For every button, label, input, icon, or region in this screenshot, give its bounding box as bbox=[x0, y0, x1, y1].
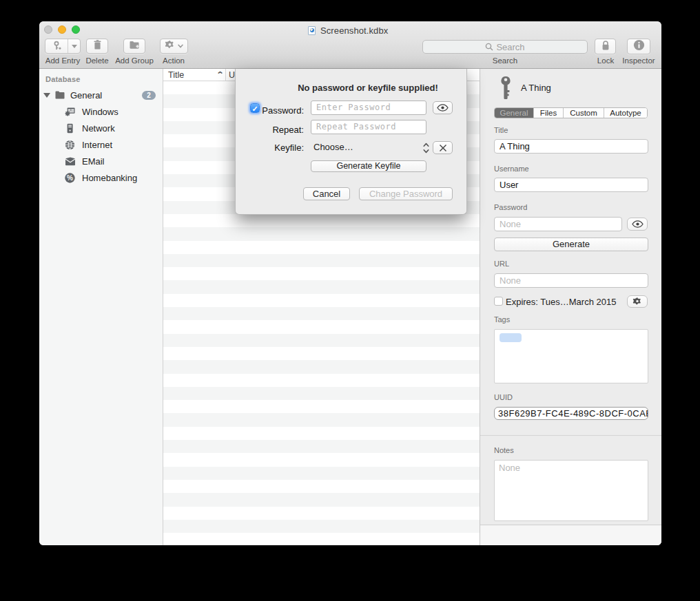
url-field[interactable]: None bbox=[494, 273, 648, 288]
stepper-icon[interactable] bbox=[421, 141, 431, 155]
inspector-button[interactable] bbox=[627, 39, 650, 54]
disclosure-triangle-icon[interactable] bbox=[43, 93, 50, 98]
notes-label: Notes bbox=[494, 446, 514, 454]
key-icon bbox=[499, 76, 513, 102]
inspector-panel: A Thing General Files Custom Autotype Ti… bbox=[480, 69, 661, 545]
delete-label: Delete bbox=[78, 56, 116, 65]
reveal-password-button[interactable] bbox=[627, 218, 648, 231]
sidebar-item-label: EMail bbox=[82, 156, 105, 167]
sidebar-item-email[interactable]: EMail bbox=[39, 154, 163, 170]
percent-icon: % bbox=[65, 173, 75, 186]
password-label: Password: bbox=[243, 105, 304, 116]
inspector-label: Inspector bbox=[618, 56, 659, 65]
search-icon bbox=[485, 43, 493, 51]
section-divider bbox=[480, 435, 661, 436]
add-group-label: Add Group bbox=[114, 56, 155, 65]
generate-keyfile-button[interactable]: Generate Keyfile bbox=[311, 160, 426, 172]
column-header-username[interactable]: U bbox=[229, 70, 235, 80]
title-label: Title bbox=[494, 126, 508, 134]
chevron-down-icon[interactable] bbox=[68, 45, 80, 48]
server-icon bbox=[65, 123, 75, 136]
close-button[interactable] bbox=[44, 25, 52, 34]
action-label: Action bbox=[153, 56, 194, 65]
keyfile-popup[interactable]: Choose… bbox=[313, 142, 353, 152]
password-field[interactable]: None bbox=[494, 217, 622, 231]
generate-button[interactable]: Generate bbox=[494, 238, 648, 251]
search-input[interactable]: Search bbox=[422, 40, 588, 54]
trash-icon bbox=[92, 39, 103, 53]
sidebar-group-general[interactable]: General 2 bbox=[39, 87, 163, 104]
tag-chip[interactable] bbox=[500, 333, 522, 342]
window-title-group: Screenshot.kdbx bbox=[308, 25, 388, 35]
chevron-down-icon bbox=[178, 44, 183, 48]
document-icon bbox=[308, 26, 316, 35]
change-password-button[interactable]: Change Password bbox=[359, 187, 453, 200]
sidebar-section-header: Database bbox=[45, 75, 81, 83]
expires-label: Expires: Tues…March 2015 bbox=[506, 297, 616, 307]
tab-files[interactable]: Files bbox=[534, 108, 564, 118]
username-label: Username bbox=[494, 165, 529, 173]
title-field[interactable]: A Thing bbox=[494, 139, 648, 154]
sidebar-item-label: Homebanking bbox=[82, 173, 137, 183]
show-password-button[interactable] bbox=[433, 101, 453, 114]
sheet-message: No password or keyfile supplied! bbox=[236, 83, 466, 93]
inspector-entry-title: A Thing bbox=[521, 83, 551, 93]
password-label: Password bbox=[494, 203, 527, 211]
eye-icon bbox=[632, 220, 644, 228]
tab-general[interactable]: General bbox=[495, 108, 534, 118]
clear-keyfile-button[interactable] bbox=[433, 141, 453, 154]
svg-text:%: % bbox=[67, 174, 73, 182]
window-title: Screenshot.kdbx bbox=[320, 25, 388, 36]
expires-checkbox[interactable] bbox=[494, 297, 503, 306]
sidebar-item-homebanking[interactable]: % Homebanking bbox=[39, 170, 163, 187]
gear-icon bbox=[165, 40, 175, 53]
uuid-field[interactable]: 38F629B7-FC4E-489C-8DCF-0CAE bbox=[494, 407, 648, 420]
eye-icon bbox=[437, 104, 449, 112]
notes-box[interactable]: None bbox=[494, 460, 648, 521]
change-password-sheet: No password or keyfile supplied! ✓ Passw… bbox=[235, 69, 467, 215]
desktop-background: Screenshot.kdbx Add Entry bbox=[0, 0, 700, 601]
add-entry-button[interactable] bbox=[45, 39, 81, 54]
column-divider[interactable] bbox=[225, 69, 226, 81]
window-header: Screenshot.kdbx Add Entry bbox=[39, 21, 661, 69]
repeat-label: Repeat: bbox=[243, 125, 304, 135]
search-placeholder: Search bbox=[496, 42, 524, 52]
search-label: Search bbox=[484, 56, 526, 65]
info-icon bbox=[633, 39, 645, 54]
sidebar-group-label: General bbox=[70, 90, 102, 101]
cancel-button[interactable]: Cancel bbox=[303, 187, 350, 200]
add-group-button[interactable] bbox=[123, 39, 145, 54]
sidebar-item-label: Network bbox=[82, 123, 115, 134]
sidebar-item-windows[interactable]: Windows bbox=[39, 104, 163, 120]
inspector-footer bbox=[480, 525, 661, 545]
add-entry-label: Add Entry bbox=[45, 56, 81, 65]
tab-autotype[interactable]: Autotype bbox=[604, 108, 647, 118]
minimize-button[interactable] bbox=[58, 25, 66, 34]
sidebar: Database General 2 bbox=[39, 69, 163, 545]
lock-button[interactable] bbox=[595, 39, 616, 54]
sort-ascending-icon: ⌃ bbox=[216, 70, 225, 79]
app-window: Screenshot.kdbx Add Entry bbox=[39, 21, 661, 545]
tags-box[interactable] bbox=[494, 329, 648, 383]
expire-presets-button[interactable] bbox=[627, 295, 648, 308]
url-label: URL bbox=[494, 260, 509, 268]
delete-button[interactable] bbox=[86, 39, 108, 54]
close-x-icon bbox=[439, 144, 447, 152]
gear-icon bbox=[632, 297, 642, 306]
sidebar-item-internet[interactable]: Internet bbox=[39, 137, 163, 154]
notes-placeholder: None bbox=[499, 463, 520, 473]
repeat-input[interactable]: Repeat Password bbox=[311, 120, 426, 134]
sidebar-item-label: Windows bbox=[82, 107, 119, 117]
password-input[interactable]: Enter Password bbox=[311, 101, 426, 115]
sidebar-item-label: Internet bbox=[82, 140, 112, 150]
zoom-button[interactable] bbox=[72, 25, 80, 34]
sidebar-item-network[interactable]: Network bbox=[39, 120, 163, 137]
tab-custom[interactable]: Custom bbox=[564, 108, 604, 118]
key-plus-icon bbox=[45, 41, 68, 52]
column-header-title[interactable]: Title bbox=[168, 70, 184, 80]
action-button[interactable] bbox=[160, 39, 188, 54]
username-field[interactable]: User bbox=[494, 178, 648, 192]
folder-icon bbox=[54, 90, 65, 103]
globe-icon bbox=[65, 140, 75, 153]
tags-label: Tags bbox=[494, 315, 510, 324]
